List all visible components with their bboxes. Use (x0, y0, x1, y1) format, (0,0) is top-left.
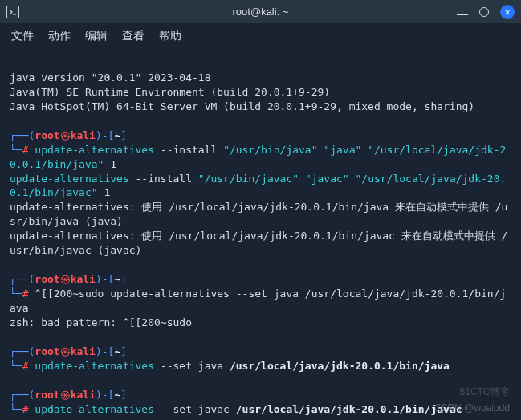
command-arg: --set java (154, 360, 230, 372)
output-line: zsh: bad pattern: ^[[200~sudo (10, 316, 192, 328)
output-line: Java HotSpot(TM) 64-Bit Server VM (build… (10, 100, 474, 112)
output-line: Java(TM) SE Runtime Environment (build 2… (10, 86, 330, 98)
output-line: java version "20.0.1" 2023-04-18 (10, 71, 210, 84)
menu-edit[interactable]: 编辑 (85, 29, 108, 43)
prompt-part: ┌──( (10, 129, 35, 141)
terminal-app-icon (6, 6, 19, 18)
prompt-part: )-[ (96, 389, 114, 401)
command: update-alternatives (10, 173, 129, 185)
output-line: update-alternatives: 使用 /usr/local/java/… (10, 230, 507, 256)
prompt-hash: # (22, 287, 29, 300)
prompt-hash: # (22, 144, 29, 156)
command-arg: /usr/local/java/jdk-20.0.1/bin/java (230, 360, 450, 372)
window-title: root@kali: ~ (233, 6, 289, 18)
command-arg: --install (154, 144, 223, 156)
prompt-part: └─ (10, 287, 22, 300)
close-icon[interactable]: ✕ (500, 5, 515, 19)
command-arg: --install (129, 173, 198, 185)
maximize-icon[interactable] (479, 7, 489, 17)
prompt-part: ┌──( (10, 273, 35, 285)
command: update-alternatives (35, 360, 154, 372)
prompt-hash: # (22, 403, 29, 415)
prompt-user: root (35, 129, 59, 141)
minimize-icon[interactable] (457, 14, 468, 15)
prompt-user: root (35, 273, 59, 285)
prompt-at: ㉿ (60, 389, 71, 401)
prompt-part: ┌──( (10, 345, 35, 357)
prompt-host: kali (71, 345, 96, 357)
menu-file[interactable]: 文件 (11, 29, 34, 43)
prompt-host: kali (71, 273, 96, 285)
command: update-alternatives (35, 403, 154, 415)
command-arg: --set javac (154, 403, 236, 415)
command-arg: 1 (98, 186, 111, 198)
command-arg: 1 (104, 158, 116, 170)
menu-help[interactable]: 帮助 (159, 29, 181, 43)
command-arg: /usr/local/java/jdk-20.0.1/bin/javac (236, 403, 462, 415)
watermark-csdn: CSDN @woaipdd (434, 402, 510, 414)
prompt-user: root (35, 389, 59, 401)
titlebar: root@kali: ~ ✕ (0, 0, 521, 24)
prompt-part: ] (120, 273, 127, 285)
prompt-part: ] (120, 345, 127, 357)
watermark-51cto: 51CTO博客 (460, 385, 510, 399)
prompt-part: └─ (10, 144, 22, 156)
menubar: 文件 动作 编辑 查看 帮助 (0, 24, 521, 48)
prompt-part: ] (120, 129, 127, 141)
prompt-part: )-[ (96, 129, 114, 141)
prompt-at: ㉿ (60, 129, 71, 141)
terminal-output[interactable]: java version "20.0.1" 2023-04-18 Java(TM… (0, 48, 521, 420)
prompt-part: ] (120, 389, 127, 401)
prompt-hash: # (22, 360, 29, 372)
output-line: update-alternatives: 使用 /usr/local/java/… (10, 201, 507, 227)
menu-view[interactable]: 查看 (122, 29, 144, 43)
prompt-part: )-[ (96, 345, 114, 357)
prompt-at: ㉿ (60, 345, 71, 357)
prompt-part: └─ (10, 403, 22, 415)
prompt-part: )-[ (96, 273, 114, 285)
prompt-at: ㉿ (60, 273, 71, 285)
command: update-alternatives (35, 144, 154, 156)
prompt-user: root (35, 345, 59, 357)
window-controls: ✕ (457, 5, 515, 19)
menu-actions[interactable]: 动作 (48, 29, 71, 43)
prompt-host: kali (71, 389, 96, 401)
prompt-part: ┌──( (10, 389, 35, 401)
command: ^[[200~sudo update-alternatives --set ja… (10, 287, 506, 314)
prompt-host: kali (71, 129, 96, 141)
prompt-part: └─ (10, 360, 22, 372)
